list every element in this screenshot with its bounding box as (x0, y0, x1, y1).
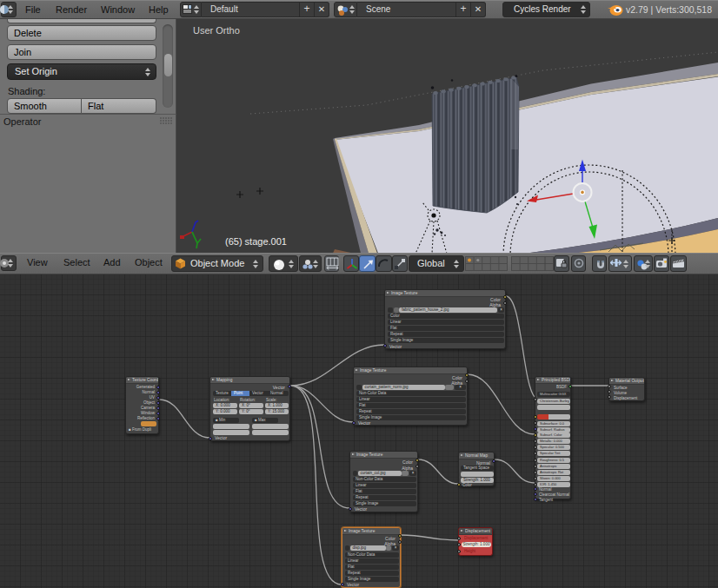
svg-text:(65) stage.001: (65) stage.001 (225, 236, 287, 247)
svg-text:User Ortho: User Ortho (193, 25, 240, 36)
